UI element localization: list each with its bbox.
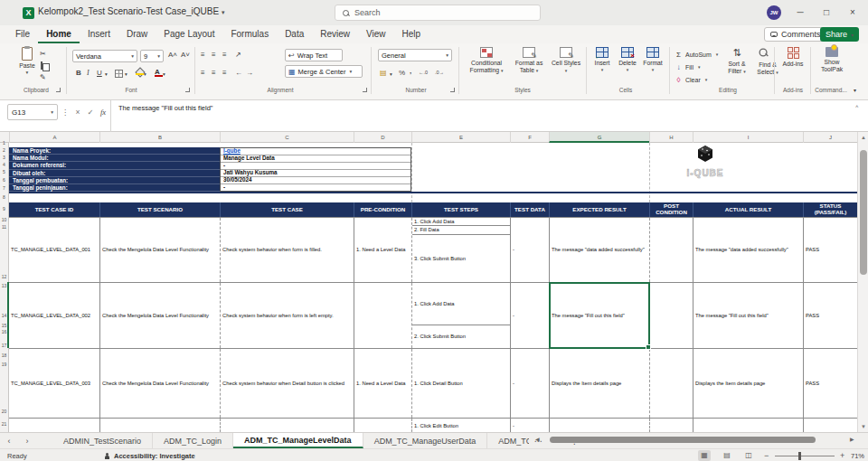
scroll-down-icon[interactable]: ▼ xyxy=(858,421,868,432)
alignment-dialog-launcher[interactable] xyxy=(363,88,367,92)
font-color-button[interactable]: A xyxy=(155,68,160,76)
document-title[interactable]: Kelompok2_Test Scenario-Test Case_iQUBE▾ xyxy=(38,6,225,16)
tab-insert[interactable]: Insert xyxy=(80,25,118,43)
tab-file[interactable]: File xyxy=(7,25,38,43)
tab-page-layout[interactable]: Page Layout xyxy=(156,25,222,43)
col-header-d[interactable]: D xyxy=(354,132,411,143)
align-left-button[interactable]: ≡ xyxy=(201,69,205,77)
cell-pre-condition[interactable]: 1. Need a Level Data xyxy=(354,349,411,418)
header-expected-result[interactable]: EXPECTED RESULT xyxy=(549,202,649,217)
cell-test-scenario[interactable]: Check the Mengelola Data Level Functiona… xyxy=(99,283,220,348)
copy-button[interactable] xyxy=(41,61,42,70)
zoom-slider[interactable]: − + xyxy=(764,450,847,461)
cell-styles-button[interactable]: ✎ Cell Styles ▾ xyxy=(550,47,582,74)
insert-cells-button[interactable]: Insert ▾ xyxy=(590,47,615,72)
cut-button[interactable]: ✂ xyxy=(40,50,46,58)
zoom-level[interactable]: 71% xyxy=(851,452,864,460)
header-test-case[interactable]: TEST CASE xyxy=(220,202,354,217)
zoom-out-icon[interactable]: − xyxy=(764,450,769,461)
sort-filter-button[interactable]: ⇅ Sort & Filter ▾ xyxy=(722,47,752,75)
cell-test-case[interactable]: Check system behavior when form is left … xyxy=(220,283,354,348)
cell-test-case-id[interactable]: TC_MANAGE_LEVEL_DATA_003 xyxy=(9,349,99,418)
sheet-tab-adm-tc-login[interactable]: ADM_TC_Login xyxy=(153,433,233,448)
orientation-button[interactable]: ↗ xyxy=(235,51,241,59)
increase-decimal-button[interactable]: ←.0 xyxy=(419,70,428,75)
chevron-down-icon[interactable]: ▾ xyxy=(105,71,108,77)
font-name-select[interactable]: Verdana▾ xyxy=(72,50,137,62)
autosum-button[interactable]: ΣAutoSum▾ xyxy=(674,48,718,61)
cell-test-steps[interactable]: 1. Click Add Data 2. Click Submit Button xyxy=(411,283,510,348)
search-input[interactable]: Search xyxy=(335,5,541,21)
decrease-indent-button[interactable]: ← xyxy=(235,69,242,77)
maximize-button[interactable]: □ xyxy=(814,0,839,25)
percent-style-button[interactable]: % xyxy=(399,69,405,77)
font-size-select[interactable]: 9▾ xyxy=(140,50,164,62)
header-test-case-id[interactable]: TEST CASE ID xyxy=(9,202,99,217)
cell-pre-condition[interactable] xyxy=(354,283,411,348)
cancel-button[interactable]: × xyxy=(72,104,83,120)
tab-home[interactable]: Home xyxy=(38,25,80,43)
sheet-tab-admin-testscenario[interactable]: ADMIN_TestScenario xyxy=(52,433,153,448)
header-test-data[interactable]: TEST DATA xyxy=(510,202,549,217)
cell-post-condition[interactable] xyxy=(649,349,693,418)
vertical-scrollbar[interactable]: ▲ ▼ xyxy=(857,132,868,432)
cell-test-case[interactable]: Check system behavior when Detail button… xyxy=(220,349,354,418)
header-pre-condition[interactable]: PRE-CONDITION xyxy=(354,202,411,217)
avatar[interactable]: JW xyxy=(767,5,781,20)
sheet-next-icon[interactable]: › xyxy=(18,433,36,448)
tab-view[interactable]: View xyxy=(358,25,394,43)
accessibility-status[interactable]: Accessibility: Investigate xyxy=(104,452,195,460)
formula-input[interactable]: The message "Fill out this field" xyxy=(110,100,854,132)
col-header-f[interactable]: F xyxy=(510,132,549,143)
close-button[interactable]: × xyxy=(840,0,865,25)
cell-status[interactable]: PASS xyxy=(803,283,857,348)
horizontal-scrollbar[interactable] xyxy=(542,435,846,445)
tab-help[interactable]: Help xyxy=(394,25,429,43)
share-button[interactable]: Share▾ xyxy=(820,27,859,42)
expand-formula-bar-button[interactable]: ˄ xyxy=(855,104,859,109)
cell-test-case-id[interactable]: TC_MANAGE_LEVEL_DATA_001 xyxy=(9,218,99,282)
horizontal-scroll-thumb[interactable] xyxy=(550,437,816,443)
cell-test-data[interactable]: - xyxy=(510,349,549,418)
hscroll-left-icon[interactable]: ◀ xyxy=(535,435,540,445)
cell-post-condition[interactable] xyxy=(649,218,693,282)
chevron-down-icon[interactable]: ▾ xyxy=(390,71,392,77)
header-post-condition[interactable]: POST CONDITION xyxy=(649,202,693,217)
clipboard-dialog-launcher[interactable] xyxy=(56,88,61,92)
cell-test-steps[interactable]: 1. Click Edit Button xyxy=(411,419,510,432)
bold-button[interactable]: B xyxy=(76,69,81,77)
scroll-up-icon[interactable]: ▲ xyxy=(858,132,868,143)
cell-test-scenario[interactable]: Check the Mengelola Data Level Functiona… xyxy=(99,218,220,282)
format-painter-button[interactable]: ✎ xyxy=(40,73,46,81)
tab-review[interactable]: Review xyxy=(312,25,358,43)
chevron-down-icon[interactable]: ▾ xyxy=(163,71,165,77)
col-header-h[interactable]: H xyxy=(649,132,693,143)
col-header-e[interactable]: E xyxy=(411,132,510,143)
col-header-i[interactable]: I xyxy=(693,132,803,143)
format-as-table-button[interactable]: ✎ Format as Table ▾ xyxy=(510,47,548,74)
vertical-scroll-thumb[interactable] xyxy=(860,150,867,275)
cell-test-data[interactable]: - xyxy=(510,283,549,348)
sheet-tab-adm-tc-manageuserdata[interactable]: ADM_TC_ManageUserData xyxy=(363,433,488,448)
number-dialog-launcher[interactable] xyxy=(450,88,455,92)
align-top-button[interactable]: ≡ xyxy=(201,51,205,59)
cell-pre-condition[interactable]: 1. Need a Level Data xyxy=(354,218,411,282)
cell-status[interactable]: PASS xyxy=(803,218,857,282)
align-center-button[interactable]: ≡ xyxy=(212,69,216,77)
cell-status[interactable]: PASS xyxy=(803,349,857,418)
increase-indent-button[interactable]: → xyxy=(246,69,253,77)
font-dialog-launcher[interactable] xyxy=(185,88,190,92)
cell-test-case-id[interactable]: TC_MANAGE_LEVEL_DATA_002 xyxy=(9,283,99,348)
tab-draw[interactable]: Draw xyxy=(118,25,156,43)
sheet-tab-clipped[interactable]: ADM_TC xyxy=(487,433,529,448)
tab-data[interactable]: Data xyxy=(277,25,312,43)
cell-actual-result[interactable]: Displays the Item details page xyxy=(693,349,803,418)
cell-test-steps[interactable]: 1. Click Detail Button xyxy=(411,349,510,418)
cell-test-steps[interactable]: 1. Click Add Data 2. Fill Data 3. Click … xyxy=(411,218,510,282)
enter-button[interactable]: ✓ xyxy=(85,104,96,120)
addins-button[interactable]: Add-ins xyxy=(778,47,808,68)
cell-expected-result[interactable]: The message "data added successfully" xyxy=(549,218,649,282)
normal-view-button[interactable]: ▦ xyxy=(698,450,711,461)
col-header-g-selected[interactable]: G xyxy=(549,132,649,143)
insert-function-button[interactable]: fx xyxy=(98,104,108,120)
